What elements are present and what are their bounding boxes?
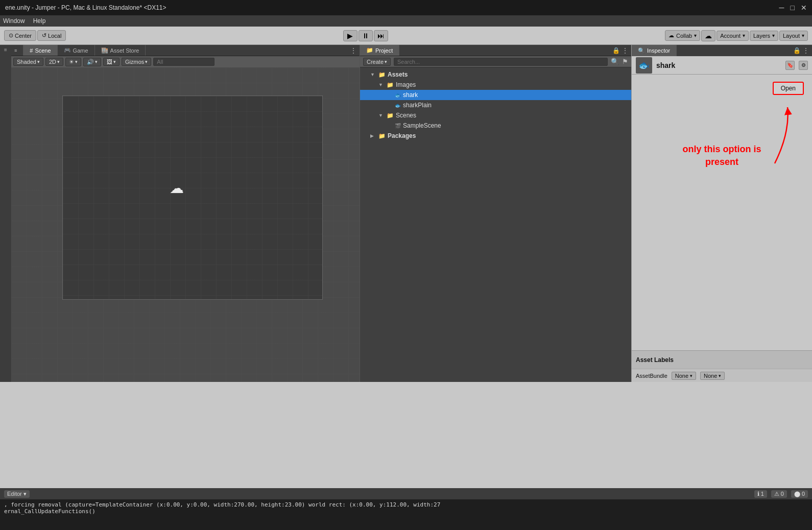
warn-badge[interactable]: ⚠ 0 <box>771 490 787 498</box>
step-button[interactable]: ⏭ <box>374 30 388 41</box>
effects-button[interactable]: 🖼 <box>103 58 120 66</box>
info-icon: ℹ <box>757 491 759 497</box>
scene-viewport[interactable]: ☁ <box>11 67 360 382</box>
scene-inner-box <box>62 95 323 300</box>
scene-tab-menu[interactable]: ⋮ <box>347 45 360 56</box>
inspector-tab[interactable]: 🔍 Inspector <box>632 45 677 56</box>
menubar: Window Help <box>0 15 812 27</box>
sharkplain-label: sharkPlain <box>403 102 432 109</box>
open-button[interactable]: Open <box>773 82 804 95</box>
scenes-folder[interactable]: ▼ 📁 Scenes <box>360 110 631 121</box>
cloud-scene-icon: ☁ <box>170 180 184 197</box>
images-folder[interactable]: ▼ 📁 Images <box>360 80 631 90</box>
console-line-1: , forcing removal (capture=TemplateConta… <box>4 501 808 508</box>
packages-label: Packages <box>388 132 416 139</box>
console-output: , forcing removal (capture=TemplateConta… <box>0 499 812 530</box>
hierarchy-panel: ≡ <box>0 45 11 382</box>
inspector-lock-icon: 🔒 <box>793 47 801 54</box>
play-button[interactable]: ▶ <box>343 30 357 41</box>
right-panel: 📁 Project 🔒 ⋮ Create 🔍 ⚑ ▼ 📁 Assets <box>360 45 631 382</box>
assets-folder[interactable]: ▼ 📁 Assets <box>360 69 631 80</box>
scenes-label: Scenes <box>396 112 416 119</box>
titlebar-controls: ─ □ ✕ <box>779 4 807 12</box>
close-button[interactable]: ✕ <box>801 4 807 12</box>
center-button[interactable]: ⊙ Center <box>4 30 36 41</box>
inspector-asset-icon: 🐟 <box>636 57 652 74</box>
audio-button[interactable]: 🔊 <box>83 58 101 66</box>
lighting-button[interactable]: ☀ <box>65 58 81 66</box>
lock-icon: 🔒 <box>612 47 620 54</box>
create-button[interactable]: Create <box>363 58 391 66</box>
images-label: Images <box>396 81 416 88</box>
account-button[interactable]: Account <box>717 31 749 41</box>
asset-bundle-none2[interactable]: None <box>700 372 725 380</box>
local-button[interactable]: ↺ Local <box>37 30 66 41</box>
asset-bundle-label: AssetBundle <box>636 373 667 379</box>
game-tab[interactable]: 🎮 Game <box>58 45 95 56</box>
scene-tab-label: Scene <box>35 47 51 54</box>
scene-search-input[interactable] <box>153 58 214 66</box>
project-tab-bar: 📁 Project 🔒 ⋮ <box>360 45 631 56</box>
error-badge[interactable]: ⬤ 0 <box>791 490 808 498</box>
asset-bundle-none1[interactable]: None <box>672 372 696 380</box>
project-tab-menu[interactable]: 🔒 ⋮ <box>609 45 631 56</box>
layout-button[interactable]: Layout <box>779 31 808 41</box>
packages-folder-icon: 📁 <box>378 133 386 139</box>
assets-arrow: ▼ <box>370 72 376 77</box>
images-arrow: ▼ <box>378 82 385 87</box>
filter-icon-btn[interactable]: ⚑ <box>622 58 628 65</box>
shaded-dropdown[interactable]: Shaded <box>13 58 43 66</box>
project-search-input[interactable] <box>394 58 608 66</box>
info-badge[interactable]: ℹ 1 <box>754 490 767 498</box>
inspector-tab-menu[interactable]: 🔒 ⋮ <box>790 45 812 56</box>
menu-icon: ⋮ <box>622 47 628 54</box>
inspector-asset-name: shark <box>656 61 781 69</box>
info-count: 1 <box>761 491 764 497</box>
inspector-gear-button[interactable]: ⚙ <box>799 61 808 70</box>
inspector-header: 🐟 shark 🔖 ⚙ <box>632 56 812 75</box>
search-icon-btn[interactable]: 🔍 <box>611 58 619 65</box>
collab-button[interactable]: ☁ Collab <box>665 30 700 41</box>
scenes-folder-icon: 📁 <box>387 112 394 119</box>
menu-item-help[interactable]: Help <box>33 17 46 25</box>
2d-button[interactable]: 2D <box>45 58 63 66</box>
inspector-bookmark-button[interactable]: 🔖 <box>785 61 795 70</box>
asset-bundle-row: AssetBundle None None <box>632 369 812 382</box>
pivot-tools: ⊙ Center ↺ Local <box>4 30 66 41</box>
packages-folder[interactable]: ▶ 📁 Packages <box>360 131 631 141</box>
bottom-area: Editor ▾ ℹ 1 ⚠ 0 ⬤ 0 , forcing removal (… <box>0 488 812 530</box>
titlebar: ene.unity - Jumper - PC, Mac & Linux Sta… <box>0 0 812 15</box>
menu-item-window[interactable]: Window <box>3 17 25 25</box>
inspector-tab-label: Inspector <box>647 47 670 54</box>
editor-label: Editor <box>7 491 22 497</box>
shark-item[interactable]: 🐟 shark <box>360 90 631 100</box>
main-area: ≡ ≡ # Scene 🎮 Game 🏬 Asset Store ⋮ <box>0 45 812 382</box>
annotation-area: only this option is present <box>632 102 812 350</box>
game-tab-icon: 🎮 <box>64 47 71 54</box>
sharkplain-item[interactable]: 🐟 sharkPlain <box>360 100 631 110</box>
inspector-tab-bar: 🔍 Inspector 🔒 ⋮ <box>632 45 812 56</box>
pause-button[interactable]: ⏸ <box>359 30 373 41</box>
asset-store-tab[interactable]: 🏬 Asset Store <box>95 45 146 56</box>
scene-tab[interactable]: # Scene <box>23 45 57 56</box>
sharkplain-file-icon: 🐟 <box>395 103 401 108</box>
scene-toolbar: Shaded 2D ☀ 🔊 🖼 Gizmos <box>11 56 360 67</box>
hierarchy-tab[interactable]: ≡ <box>11 45 23 56</box>
samplescene-item[interactable]: 🎬 SampleScene <box>360 121 631 131</box>
gizmos-button[interactable]: Gizmos <box>122 58 151 66</box>
asset-labels-title: Asset Labels <box>636 356 674 364</box>
scene-tab-icon: # <box>30 47 33 54</box>
cloud-button[interactable]: ☁ <box>701 30 715 41</box>
project-tab[interactable]: 📁 Project <box>360 45 399 56</box>
layers-button[interactable]: Layers <box>750 31 778 41</box>
editor-dropdown-icon: ▾ <box>23 491 27 497</box>
project-tab-icon: 📁 <box>366 47 373 54</box>
titlebar-title: ene.unity - Jumper - PC, Mac & Linux Sta… <box>5 4 166 11</box>
warn-count: 0 <box>781 491 784 497</box>
open-button-container: Open <box>632 75 812 102</box>
collab-icon: ☁ <box>668 32 674 39</box>
maximize-button[interactable]: □ <box>791 4 795 12</box>
samplescene-label: SampleScene <box>403 122 441 129</box>
inspector-panel: 🔍 Inspector 🔒 ⋮ 🐟 shark 🔖 ⚙ Open only th… <box>631 45 812 382</box>
minimize-button[interactable]: ─ <box>779 4 784 12</box>
